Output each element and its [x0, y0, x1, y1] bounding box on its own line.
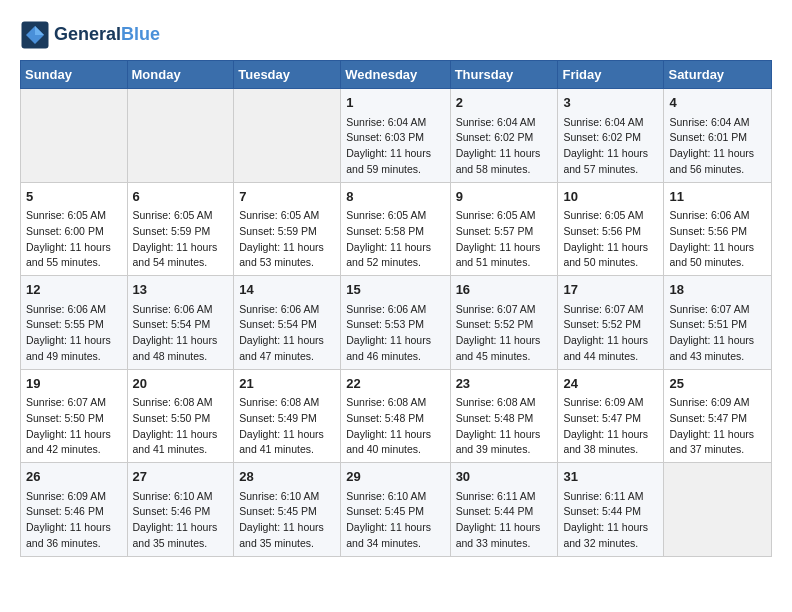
- weekday-header-friday: Friday: [558, 61, 664, 89]
- calendar-cell: [664, 463, 772, 557]
- day-number: 10: [563, 187, 658, 207]
- weekday-header-thursday: Thursday: [450, 61, 558, 89]
- calendar-cell: 10Sunrise: 6:05 AMSunset: 5:56 PMDayligh…: [558, 182, 664, 276]
- day-number: 21: [239, 374, 335, 394]
- weekday-header-wednesday: Wednesday: [341, 61, 450, 89]
- calendar-cell: 16Sunrise: 6:07 AMSunset: 5:52 PMDayligh…: [450, 276, 558, 370]
- calendar-cell: 18Sunrise: 6:07 AMSunset: 5:51 PMDayligh…: [664, 276, 772, 370]
- calendar-cell: 13Sunrise: 6:06 AMSunset: 5:54 PMDayligh…: [127, 276, 234, 370]
- weekday-header-row: SundayMondayTuesdayWednesdayThursdayFrid…: [21, 61, 772, 89]
- weekday-header-monday: Monday: [127, 61, 234, 89]
- day-number: 14: [239, 280, 335, 300]
- day-number: 13: [133, 280, 229, 300]
- calendar-cell: 1Sunrise: 6:04 AMSunset: 6:03 PMDaylight…: [341, 89, 450, 183]
- logo-icon: [20, 20, 50, 50]
- calendar-cell: 26Sunrise: 6:09 AMSunset: 5:46 PMDayligh…: [21, 463, 128, 557]
- calendar-cell: 27Sunrise: 6:10 AMSunset: 5:46 PMDayligh…: [127, 463, 234, 557]
- day-number: 27: [133, 467, 229, 487]
- day-number: 29: [346, 467, 444, 487]
- calendar-cell: 14Sunrise: 6:06 AMSunset: 5:54 PMDayligh…: [234, 276, 341, 370]
- calendar-cell: 22Sunrise: 6:08 AMSunset: 5:48 PMDayligh…: [341, 369, 450, 463]
- calendar-cell: 6Sunrise: 6:05 AMSunset: 5:59 PMDaylight…: [127, 182, 234, 276]
- day-number: 11: [669, 187, 766, 207]
- calendar-cell: 15Sunrise: 6:06 AMSunset: 5:53 PMDayligh…: [341, 276, 450, 370]
- calendar-cell: 29Sunrise: 6:10 AMSunset: 5:45 PMDayligh…: [341, 463, 450, 557]
- day-number: 8: [346, 187, 444, 207]
- calendar-cell: 11Sunrise: 6:06 AMSunset: 5:56 PMDayligh…: [664, 182, 772, 276]
- calendar-cell: [21, 89, 128, 183]
- calendar-cell: 3Sunrise: 6:04 AMSunset: 6:02 PMDaylight…: [558, 89, 664, 183]
- day-number: 12: [26, 280, 122, 300]
- day-number: 23: [456, 374, 553, 394]
- day-number: 1: [346, 93, 444, 113]
- calendar-cell: 24Sunrise: 6:09 AMSunset: 5:47 PMDayligh…: [558, 369, 664, 463]
- calendar-cell: 9Sunrise: 6:05 AMSunset: 5:57 PMDaylight…: [450, 182, 558, 276]
- calendar-cell: 21Sunrise: 6:08 AMSunset: 5:49 PMDayligh…: [234, 369, 341, 463]
- week-row-4: 19Sunrise: 6:07 AMSunset: 5:50 PMDayligh…: [21, 369, 772, 463]
- day-number: 6: [133, 187, 229, 207]
- day-number: 20: [133, 374, 229, 394]
- calendar-cell: [127, 89, 234, 183]
- day-number: 30: [456, 467, 553, 487]
- calendar-cell: 5Sunrise: 6:05 AMSunset: 6:00 PMDaylight…: [21, 182, 128, 276]
- calendar-cell: [234, 89, 341, 183]
- weekday-header-saturday: Saturday: [664, 61, 772, 89]
- day-number: 15: [346, 280, 444, 300]
- week-row-5: 26Sunrise: 6:09 AMSunset: 5:46 PMDayligh…: [21, 463, 772, 557]
- calendar-cell: 30Sunrise: 6:11 AMSunset: 5:44 PMDayligh…: [450, 463, 558, 557]
- logo-text: GeneralBlue: [54, 25, 160, 45]
- day-number: 5: [26, 187, 122, 207]
- day-number: 26: [26, 467, 122, 487]
- day-number: 2: [456, 93, 553, 113]
- day-number: 24: [563, 374, 658, 394]
- weekday-header-sunday: Sunday: [21, 61, 128, 89]
- calendar-cell: 4Sunrise: 6:04 AMSunset: 6:01 PMDaylight…: [664, 89, 772, 183]
- calendar-cell: 25Sunrise: 6:09 AMSunset: 5:47 PMDayligh…: [664, 369, 772, 463]
- calendar-cell: 19Sunrise: 6:07 AMSunset: 5:50 PMDayligh…: [21, 369, 128, 463]
- calendar-cell: 17Sunrise: 6:07 AMSunset: 5:52 PMDayligh…: [558, 276, 664, 370]
- calendar-cell: 23Sunrise: 6:08 AMSunset: 5:48 PMDayligh…: [450, 369, 558, 463]
- weekday-header-tuesday: Tuesday: [234, 61, 341, 89]
- calendar-table: SundayMondayTuesdayWednesdayThursdayFrid…: [20, 60, 772, 557]
- calendar-cell: 8Sunrise: 6:05 AMSunset: 5:58 PMDaylight…: [341, 182, 450, 276]
- calendar-cell: 20Sunrise: 6:08 AMSunset: 5:50 PMDayligh…: [127, 369, 234, 463]
- day-number: 4: [669, 93, 766, 113]
- week-row-3: 12Sunrise: 6:06 AMSunset: 5:55 PMDayligh…: [21, 276, 772, 370]
- day-number: 18: [669, 280, 766, 300]
- calendar-cell: 12Sunrise: 6:06 AMSunset: 5:55 PMDayligh…: [21, 276, 128, 370]
- day-number: 3: [563, 93, 658, 113]
- calendar-cell: 28Sunrise: 6:10 AMSunset: 5:45 PMDayligh…: [234, 463, 341, 557]
- day-number: 17: [563, 280, 658, 300]
- calendar-cell: 31Sunrise: 6:11 AMSunset: 5:44 PMDayligh…: [558, 463, 664, 557]
- calendar-cell: 7Sunrise: 6:05 AMSunset: 5:59 PMDaylight…: [234, 182, 341, 276]
- day-number: 7: [239, 187, 335, 207]
- calendar-cell: 2Sunrise: 6:04 AMSunset: 6:02 PMDaylight…: [450, 89, 558, 183]
- day-number: 31: [563, 467, 658, 487]
- day-number: 16: [456, 280, 553, 300]
- day-number: 28: [239, 467, 335, 487]
- logo: GeneralBlue: [20, 20, 160, 50]
- day-number: 25: [669, 374, 766, 394]
- page-header: GeneralBlue: [20, 20, 772, 50]
- week-row-2: 5Sunrise: 6:05 AMSunset: 6:00 PMDaylight…: [21, 182, 772, 276]
- day-number: 19: [26, 374, 122, 394]
- day-number: 9: [456, 187, 553, 207]
- day-number: 22: [346, 374, 444, 394]
- week-row-1: 1Sunrise: 6:04 AMSunset: 6:03 PMDaylight…: [21, 89, 772, 183]
